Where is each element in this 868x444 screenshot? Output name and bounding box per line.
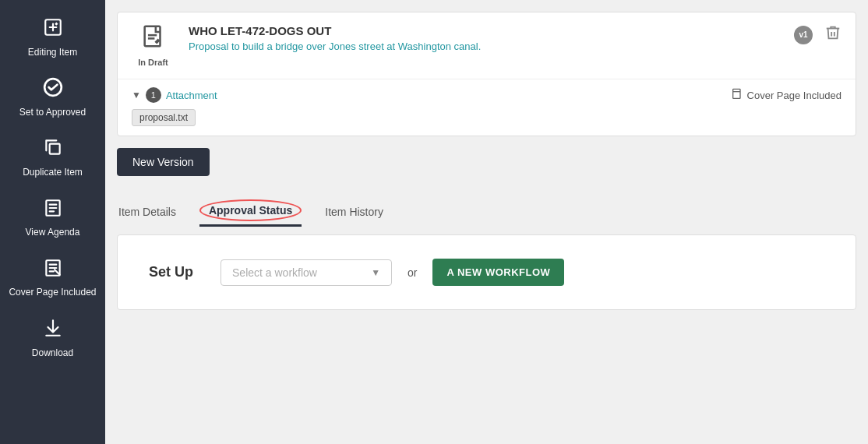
check-icon	[43, 77, 63, 104]
draft-icon	[140, 24, 167, 56]
sidebar: Editing Item Set to Approved Duplicate I…	[0, 0, 105, 444]
new-version-button[interactable]: New Version	[117, 148, 210, 176]
sidebar-item-duplicate-item[interactable]: Duplicate Item	[0, 128, 105, 188]
item-icon-area: In Draft	[132, 24, 175, 67]
setup-label: Set Up	[149, 264, 193, 280]
svg-rect-2	[49, 144, 59, 154]
svg-rect-12	[144, 26, 160, 47]
sidebar-item-label: Download	[32, 347, 73, 360]
or-label: or	[408, 266, 417, 279]
attachment-section: ▼ 1 Attachment Cover Page Included propo…	[118, 79, 856, 136]
setup-card: Set Up Select a workflow ▼ or A NEW WORK…	[117, 234, 856, 310]
tab-approval-wrapper: Approval Status	[199, 199, 302, 221]
delete-icon[interactable]	[824, 24, 842, 45]
sidebar-item-label: Duplicate Item	[23, 167, 83, 179]
sidebar-item-cover-page-included[interactable]: Cover Page Included	[0, 248, 105, 308]
attachment-header: ▼ 1 Attachment Cover Page Included	[132, 87, 842, 103]
item-title: WHO LET-472-DOGS OUT	[189, 24, 786, 37]
cover-page-label: Cover Page Included	[731, 88, 842, 103]
attachment-label: Attachment	[166, 90, 217, 101]
main-content: In Draft WHO LET-472-DOGS OUT Proposal t…	[105, 0, 868, 444]
sidebar-item-editing-item[interactable]: Editing Item	[0, 8, 105, 68]
tab-item-details[interactable]: Item Details	[118, 206, 176, 221]
tab-item-history[interactable]: Item History	[325, 206, 383, 221]
cover-page-text: Cover Page Included	[747, 90, 842, 101]
collapse-arrow-icon[interactable]: ▼	[132, 90, 141, 100]
status-label: In Draft	[138, 58, 168, 67]
file-tag[interactable]: proposal.txt	[132, 109, 196, 126]
item-subtitle: Proposal to build a bridge over Jones st…	[189, 41, 786, 52]
new-workflow-button[interactable]: A NEW WORKFLOW	[432, 259, 564, 286]
item-title-area: WHO LET-472-DOGS OUT Proposal to build a…	[189, 24, 786, 52]
sidebar-item-download[interactable]: Download	[0, 308, 105, 368]
sidebar-item-label: Cover Page Included	[9, 287, 96, 299]
attachment-left: ▼ 1 Attachment	[132, 87, 217, 103]
attachment-count-badge: 1	[146, 87, 161, 103]
edit-icon	[43, 17, 63, 44]
item-header-right: v1	[794, 24, 842, 45]
item-header: In Draft WHO LET-472-DOGS OUT Proposal t…	[118, 12, 856, 79]
cover-page-icon	[43, 258, 63, 284]
svg-rect-15	[732, 89, 739, 98]
workflow-select[interactable]: Select a workflow ▼	[221, 259, 392, 286]
workflow-select-placeholder: Select a workflow	[232, 266, 317, 279]
agenda-icon	[43, 198, 63, 224]
item-card: In Draft WHO LET-472-DOGS OUT Proposal t…	[117, 12, 856, 136]
sidebar-item-set-to-approved[interactable]: Set to Approved	[0, 68, 105, 128]
sidebar-item-label: Set to Approved	[19, 107, 86, 119]
tabs-container: Item Details Approval Status Item Histor…	[117, 199, 856, 227]
duplicate-icon	[43, 137, 63, 164]
sidebar-item-label: View Agenda	[26, 227, 80, 239]
download-icon	[43, 318, 63, 344]
cover-page-icon-small	[731, 88, 743, 103]
sidebar-item-label: Editing Item	[28, 47, 77, 59]
chevron-down-icon: ▼	[371, 267, 380, 278]
sidebar-item-view-agenda[interactable]: View Agenda	[0, 189, 105, 248]
tab-approval-status[interactable]: Approval Status	[199, 199, 302, 227]
version-badge: v1	[794, 26, 813, 44]
